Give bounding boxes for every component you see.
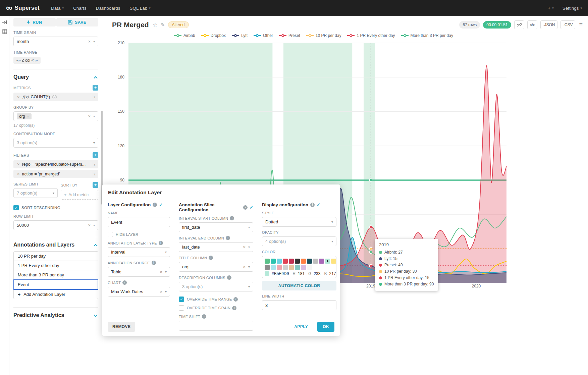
chevron-right-icon[interactable]: › — [91, 94, 95, 100]
group-by-tag[interactable]: org × — [17, 113, 32, 119]
help-icon[interactable]: ? — [52, 95, 57, 99]
legend-item[interactable]: Dropbox — [201, 33, 226, 38]
legend-item[interactable]: Airbnb — [174, 33, 195, 38]
annotation-layer-item[interactable]: 10 PR per day — [13, 251, 98, 261]
color-swatch[interactable] — [289, 265, 294, 270]
automatic-color-button[interactable]: AUTOMATIC COLOR — [262, 281, 336, 290]
query-section-header[interactable]: Query — [13, 74, 98, 80]
info-icon[interactable]: i — [232, 306, 236, 310]
chevron-right-icon[interactable]: › — [91, 162, 95, 167]
color-swatch[interactable] — [277, 265, 282, 270]
filter-pill[interactable]: ×repo = 'apache/incubator-supers...› — [13, 160, 98, 168]
info-icon[interactable]: i — [159, 241, 163, 245]
apply-button[interactable]: APPLY — [290, 322, 312, 332]
run-button[interactable]: RUN — [13, 18, 56, 26]
color-swatch[interactable] — [289, 259, 294, 264]
save-button[interactable]: SAVE — [56, 18, 99, 26]
legend-item[interactable]: Other — [254, 33, 273, 38]
interval-start-select[interactable]: first_date ▾ — [179, 222, 253, 232]
name-input[interactable] — [108, 217, 170, 227]
clear-icon[interactable]: × — [243, 245, 246, 250]
remove-icon[interactable]: × — [17, 171, 20, 176]
annotation-layer-item[interactable]: Event — [13, 279, 98, 290]
description-columns-select[interactable]: 3 option(s) ▾ — [179, 282, 253, 291]
color-swatch[interactable] — [313, 259, 318, 264]
info-icon[interactable]: i — [227, 275, 231, 280]
color-swatch[interactable] — [301, 265, 306, 270]
info-icon[interactable]: i — [202, 314, 206, 319]
legend-item[interactable]: 10 PR per day — [306, 33, 341, 38]
add-sort-metric-button[interactable]: + — [93, 182, 98, 188]
info-icon[interactable]: i — [243, 205, 248, 210]
hide-layer-checkbox[interactable]: ✓ — [108, 232, 113, 237]
color-swatch[interactable] — [277, 259, 282, 264]
chart-select[interactable]: Max Work Dates × ▾ — [108, 287, 170, 297]
menu-icon[interactable]: ≡ — [579, 21, 583, 29]
superset-logo[interactable]: ∞ Superset — [6, 4, 40, 12]
nav-settings-menu[interactable]: Settings ▾ — [563, 6, 582, 11]
remove-button[interactable]: REMOVE — [108, 322, 135, 332]
add-annotation-layer-button[interactable]: +Add Annotation Layer — [13, 289, 98, 299]
metric-pill[interactable]: × ƒ(x) COUNT(*) ? › — [13, 93, 98, 101]
info-icon[interactable]: i — [310, 203, 315, 207]
color-swatch[interactable] — [271, 265, 276, 270]
override-time-range-checkbox[interactable]: ✓ — [179, 297, 184, 302]
time-range-tag[interactable]: -∞ ≤ col < ∞ — [13, 57, 41, 64]
clear-icon[interactable]: × — [88, 39, 91, 44]
override-time-grain-checkbox[interactable]: ✓ — [179, 305, 184, 311]
clear-icon[interactable]: × — [243, 264, 246, 269]
color-swatch[interactable] — [295, 265, 300, 270]
datasource-grid-icon[interactable] — [2, 29, 7, 34]
add-metric-button[interactable]: + — [93, 85, 98, 91]
nav-item-data[interactable]: Data▾ — [51, 6, 64, 11]
series-limit-select[interactable]: 7 option(s) ▾ — [13, 188, 58, 198]
annotation-layer-item[interactable]: 1 PR Every other day — [13, 261, 98, 270]
info-icon[interactable]: i — [230, 216, 234, 220]
annotation-layer-type-select[interactable]: Interval ▾ — [108, 247, 170, 257]
style-select[interactable]: Dotted ▾ — [262, 217, 336, 227]
color-swatch[interactable] — [331, 259, 336, 264]
info-icon[interactable]: i — [152, 261, 156, 265]
remove-icon[interactable]: × — [17, 162, 20, 167]
remove-icon[interactable]: × — [27, 114, 29, 118]
line-width-input[interactable] — [262, 300, 336, 310]
group-by-select[interactable]: org × × ▾ — [13, 111, 98, 121]
legend-item[interactable]: 1 PR Every other day — [347, 33, 395, 38]
color-swatch[interactable] — [319, 259, 324, 264]
clear-icon[interactable]: × — [160, 269, 162, 274]
color-swatch[interactable] — [325, 259, 330, 264]
color-swatch[interactable] — [265, 265, 270, 270]
hex-value[interactable]: #B5E9D9 — [272, 271, 289, 276]
export-json-button[interactable]: .JSON — [540, 20, 557, 29]
clear-icon[interactable]: × — [160, 289, 162, 294]
contribution-mode-select[interactable]: 3 option(s) ▾ — [13, 138, 98, 148]
info-icon[interactable]: i — [153, 203, 157, 207]
nav-item-sql-lab[interactable]: SQL Lab▾ — [130, 6, 151, 11]
row-limit-select[interactable]: 50000 × ▾ — [13, 220, 98, 230]
interval-end-select[interactable]: last_date × ▾ — [179, 242, 253, 252]
altered-badge[interactable]: Altered — [168, 21, 189, 28]
color-swatch[interactable] — [283, 259, 288, 264]
info-icon[interactable]: i — [226, 236, 230, 240]
annotation-source-select[interactable]: Table × ▾ — [108, 267, 170, 277]
annotation-layer-item[interactable]: More than 3 PR per day — [13, 270, 98, 280]
embed-code-button[interactable]: </> — [527, 20, 537, 29]
info-icon[interactable]: i — [209, 256, 213, 260]
color-swatch[interactable] — [307, 259, 312, 264]
color-swatch[interactable] — [295, 259, 300, 264]
copy-link-button[interactable] — [514, 20, 524, 29]
chevron-right-icon[interactable]: › — [91, 171, 95, 177]
color-swatch[interactable] — [265, 259, 270, 264]
predictive-section-header[interactable]: Predictive Analytics — [13, 312, 98, 318]
filter-pill[interactable]: ×action = 'pr_merged'› — [13, 170, 98, 178]
nav-plus-menu[interactable]: + ▾ — [548, 6, 553, 11]
nav-item-charts[interactable]: Charts — [73, 6, 87, 11]
annotations-section-header[interactable]: Annotations and Layers — [13, 242, 98, 248]
collapse-panel-icon[interactable] — [2, 19, 7, 25]
export-csv-button[interactable]: .CSV — [560, 20, 575, 29]
edit-pencil-icon[interactable]: ✎ — [161, 22, 165, 28]
legend-item[interactable]: Lyft — [232, 33, 248, 38]
color-swatch[interactable] — [301, 259, 306, 264]
favorite-star-icon[interactable]: ☆ — [153, 21, 158, 29]
sort-descending-checkbox[interactable]: ✓ — [13, 205, 19, 210]
